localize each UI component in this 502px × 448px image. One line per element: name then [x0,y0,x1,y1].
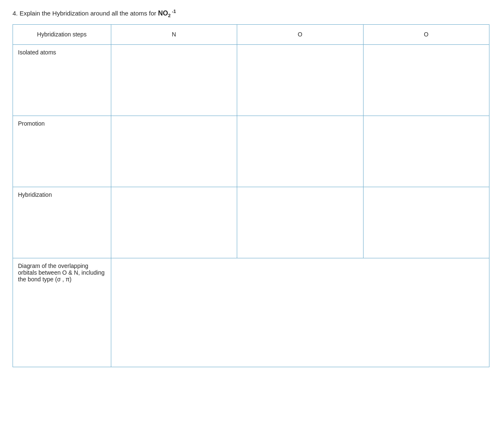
label-diagram: Diagram of the overlapping orbitals betw… [13,258,111,367]
cell-hybridization-o1[interactable] [237,187,364,258]
hybridization-table: Hybridization steps N O O Isolated atoms… [13,24,489,367]
cell-promotion-n[interactable] [111,116,237,187]
header-col3: O [363,24,489,44]
table-row-promotion: Promotion [13,116,489,187]
question-number: 4. [13,10,18,17]
cell-diagram[interactable] [111,258,489,367]
cell-isolated-n[interactable] [111,44,237,116]
header-col2: O [237,24,364,44]
label-isolated-atoms: Isolated atoms [13,44,111,116]
label-hybridization: Hybridization [13,187,111,258]
header-col1: N [111,24,237,44]
cell-hybridization-o2[interactable] [363,187,489,258]
formula-sup: -1 [171,9,176,14]
formula-sub: 2 [168,13,171,18]
cell-hybridization-n[interactable] [111,187,237,258]
table-row-hybridization: Hybridization [13,187,489,258]
table-row-diagram: Diagram of the overlapping orbitals betw… [13,258,489,367]
label-promotion: Promotion [13,116,111,187]
question-header: 4. Explain the Hybridization around all … [13,8,489,19]
table-row-isolated: Isolated atoms [13,44,489,116]
cell-isolated-o1[interactable] [237,44,364,116]
table-header-row: Hybridization steps N O O [13,24,489,44]
header-steps: Hybridization steps [13,24,111,44]
question-container: 4. Explain the Hybridization around all … [13,8,489,367]
question-text: Explain the Hybridization around all the… [20,10,156,17]
formula: NO2 -1 [158,10,176,17]
cell-promotion-o1[interactable] [237,116,364,187]
cell-promotion-o2[interactable] [363,116,489,187]
cell-isolated-o2[interactable] [363,44,489,116]
